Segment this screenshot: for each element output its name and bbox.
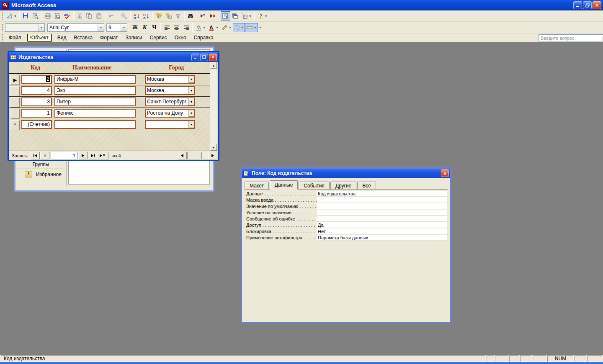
column-header-city[interactable]: Город [169,64,184,71]
scroll-down-icon[interactable]: ▼ [210,144,217,151]
city-cell[interactable]: ▼ [145,120,195,129]
column-header-name[interactable]: Наименование [72,64,111,71]
previous-record-button[interactable] [40,152,49,159]
sort-desc-icon[interactable]: ЯА [142,11,151,21]
record-selector[interactable] [10,86,20,96]
size-combo[interactable]: 9▼ [106,23,127,32]
tab-layout[interactable]: Макет [245,182,269,189]
city-cell[interactable]: Санкт-Петербург▼ [145,97,195,106]
next-record-button[interactable] [78,152,88,159]
property-value-field[interactable]: Параметр базы данных [317,235,447,241]
dropdown-arrow[interactable]: ▼ [188,110,194,117]
kod-cell[interactable]: 2 [21,75,52,84]
property-value-field[interactable]: Да [317,222,447,228]
dropdown-arrow[interactable]: ▼ [188,121,194,128]
find-icon[interactable] [186,11,196,21]
dropdown-arrow[interactable]: ▼ [188,98,194,105]
undo-icon[interactable] [107,11,116,21]
property-value-field[interactable]: Нет [317,228,447,234]
tab-events[interactable]: События [299,182,330,189]
close-icon[interactable]: × [441,169,449,177]
kod-cell[interactable]: 3 [21,97,52,106]
bold-button[interactable]: Ж [130,23,140,32]
property-value-field[interactable]: Код издательства [317,191,447,197]
property-value-field[interactable] [317,203,447,209]
new-record-button[interactable]: * [98,152,108,159]
menu-window[interactable]: Окно [171,34,190,41]
kod-cell[interactable]: 1 [21,109,52,118]
hscroll-left-icon[interactable] [178,152,187,159]
italic-button[interactable]: К [140,23,149,32]
copy-icon[interactable] [85,11,94,21]
menu-records[interactable]: Записи [122,34,146,41]
chevron-down-icon[interactable]: ▼ [98,24,104,31]
special-effect-icon[interactable]: ▼ [245,23,258,32]
property-value-field[interactable] [317,210,447,215]
menu-tools[interactable]: Сервис [146,34,171,41]
restore-icon[interactable] [583,1,592,9]
city-cell[interactable]: Москва▼ [145,75,195,84]
menu-format[interactable]: Формат [96,34,122,41]
underline-button[interactable]: Ч [149,23,159,32]
first-record-button[interactable] [31,152,40,159]
paste-icon[interactable] [94,11,104,21]
close-icon[interactable]: × [593,1,601,9]
toolbar-grip[interactable] [2,33,3,42]
font-combo[interactable]: Arial Cyr▼ [47,23,104,32]
properties-title-bar[interactable]: Поле: Код издательства × [242,169,450,178]
current-record-arrow[interactable]: ▶ [10,75,20,85]
new-record-icon[interactable]: * [198,11,208,21]
tab-all[interactable]: Все [357,182,376,189]
scroll-up-icon[interactable]: ▲ [210,62,217,69]
dropdown-arrow[interactable]: ▼ [188,76,194,83]
align-right-icon[interactable] [181,23,191,32]
new-record-star[interactable]: * [10,120,20,130]
name-cell[interactable]: Эко [54,86,136,95]
record-selector[interactable] [10,109,20,119]
hscroll-right-icon[interactable] [208,152,217,159]
last-record-button[interactable] [88,152,97,159]
delete-record-icon[interactable] [208,11,218,21]
align-left-icon[interactable] [162,23,172,32]
view-design-icon[interactable]: ▼ [5,11,18,21]
ask-question-input[interactable] [539,34,602,41]
filter-icon[interactable] [173,11,183,21]
spelling-icon[interactable]: аб [62,11,72,21]
name-cell[interactable]: Феникс [54,109,136,118]
tab-data[interactable]: Данные [270,180,298,190]
fill-color-icon[interactable]: ▼ [194,23,207,32]
minimize-icon[interactable] [191,54,199,61]
close-icon[interactable]: × [209,54,217,61]
city-cell[interactable]: Ростов на Дону▼ [145,109,195,118]
print-icon[interactable] [43,11,53,21]
borders-icon[interactable]: ▼ [233,23,245,32]
font-color-icon[interactable]: А▼ [207,23,220,32]
city-cell[interactable]: Москва▼ [145,86,195,95]
kod-cell[interactable]: (Счетчик) [21,120,52,129]
file-search-icon[interactable] [31,11,40,21]
hscroll-track[interactable] [187,152,208,159]
database-window-icon[interactable] [230,11,240,21]
sidebar-item-favorites[interactable]: * Избранное [25,172,62,177]
chevron-down-icon[interactable]: ▼ [38,24,44,31]
print-preview-icon[interactable] [53,11,62,21]
groups-header[interactable]: Группы [17,161,64,169]
kod-cell[interactable]: 4 [21,86,52,95]
chevron-down-icon[interactable]: ▼ [121,24,127,31]
menu-help[interactable]: Справка [190,34,217,41]
toolbar-grip[interactable] [2,12,3,20]
menu-file[interactable]: Файл [5,34,25,41]
name-cell[interactable]: Питер [54,97,136,106]
datasheet-title-bar[interactable]: Издательства × [9,52,218,62]
help-icon[interactable]: ?▼ [256,11,269,21]
name-cell[interactable]: Инфра-М [54,75,136,84]
menu-insert[interactable]: Вставка [70,34,96,41]
menu-object[interactable]: !Объект [27,34,52,41]
vertical-scrollbar[interactable]: ▲ ▼ [210,62,217,151]
new-object-icon[interactable]: *▼ [240,11,253,21]
menu-view[interactable]: Вид [54,34,70,41]
current-record-input[interactable] [51,152,77,159]
property-value-field[interactable] [317,216,447,222]
dropdown-arrow[interactable]: ▼ [188,87,194,94]
filter-selection-icon[interactable] [154,11,164,21]
